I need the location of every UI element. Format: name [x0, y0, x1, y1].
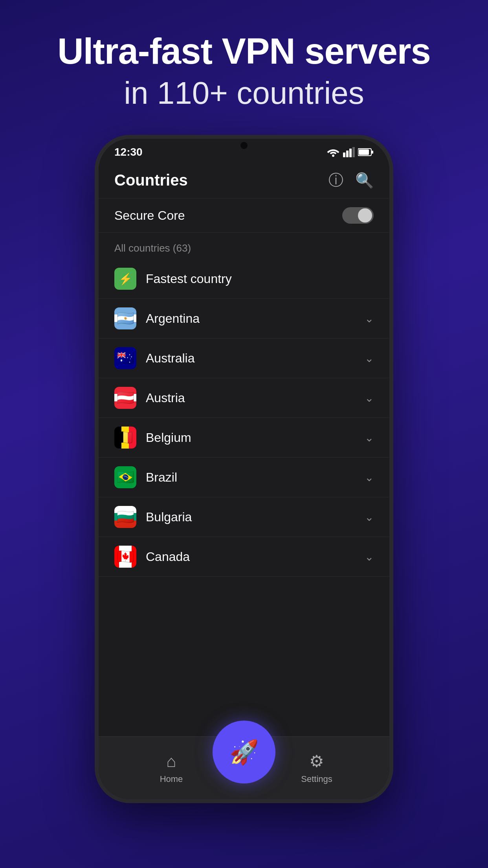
- country-list: ⚡ Fastest country 🇦🇷 Argentina ⌄ 🇦🇺: [99, 259, 389, 799]
- flag-australia: 🇦🇺: [114, 347, 136, 369]
- app-content: Countries ⓘ 🔍 Secure Core All countries …: [99, 162, 389, 799]
- country-name-bulgaria: Bulgaria: [146, 510, 365, 524]
- country-name-australia: Australia: [146, 351, 365, 366]
- camera: [240, 142, 248, 149]
- chevron-bulgaria: ⌄: [365, 511, 374, 524]
- promo-title-line2: in 110+ countries: [57, 75, 431, 111]
- wifi-icon: [327, 147, 340, 157]
- phone-screen: 12:30: [95, 135, 393, 803]
- nav-settings[interactable]: ⚙ Settings: [285, 752, 348, 784]
- flag-belgium: 🇧🇪: [114, 427, 136, 449]
- phone-mockup: 12:30: [95, 135, 393, 868]
- promo-title-line1: Ultra-fast VPN servers: [57, 31, 431, 71]
- fastest-country-row[interactable]: ⚡ Fastest country: [99, 259, 389, 299]
- country-name-austria: Austria: [146, 391, 365, 405]
- status-time: 12:30: [114, 146, 143, 158]
- country-row-brazil[interactable]: 🇧🇷 Brazil ⌄: [99, 458, 389, 497]
- flag-bulgaria: 🇧🇬: [114, 506, 136, 528]
- country-row-austria[interactable]: 🇦🇹 Austria ⌄: [99, 378, 389, 418]
- secure-core-label: Secure Core: [114, 208, 185, 223]
- country-row-australia[interactable]: 🇦🇺 Australia ⌄: [99, 338, 389, 378]
- svg-rect-4: [352, 147, 355, 157]
- country-name-belgium: Belgium: [146, 430, 365, 445]
- home-icon: ⌂: [166, 752, 176, 771]
- chevron-argentina: ⌄: [365, 312, 374, 325]
- section-label: All countries (63): [99, 233, 389, 259]
- fastest-label: Fastest country: [146, 272, 232, 286]
- country-name-brazil: Brazil: [146, 470, 365, 485]
- status-icons: [327, 147, 374, 157]
- home-label: Home: [160, 774, 183, 784]
- svg-rect-3: [349, 149, 352, 157]
- chevron-australia: ⌄: [365, 352, 374, 365]
- settings-label: Settings: [301, 774, 332, 784]
- promo-header: Ultra-fast VPN servers in 110+ countries: [26, 31, 462, 111]
- app-header: Countries ⓘ 🔍: [99, 162, 389, 198]
- secure-core-toggle[interactable]: [342, 207, 374, 224]
- svg-rect-7: [372, 151, 373, 154]
- country-name-argentina: Argentina: [146, 311, 365, 326]
- country-row-bulgaria[interactable]: 🇧🇬 Bulgaria ⌄: [99, 497, 389, 537]
- chevron-canada: ⌄: [365, 550, 374, 563]
- svg-point-0: [332, 154, 334, 157]
- app-title: Countries: [114, 171, 188, 189]
- info-icon[interactable]: ⓘ: [328, 170, 343, 190]
- flag-austria: 🇦🇹: [114, 387, 136, 409]
- signal-icon: [343, 147, 355, 157]
- settings-icon: ⚙: [309, 752, 324, 771]
- nav-connect-button[interactable]: 🚀: [213, 721, 275, 783]
- rocket-icon: 🚀: [229, 738, 259, 766]
- svg-rect-6: [359, 149, 369, 155]
- country-row-argentina[interactable]: 🇦🇷 Argentina ⌄: [99, 299, 389, 338]
- bottom-nav: ⌂ Home 🚀 ⚙ Settings: [99, 736, 389, 799]
- battery-icon: [358, 148, 374, 156]
- chevron-brazil: ⌄: [365, 471, 374, 484]
- chevron-austria: ⌄: [365, 392, 374, 405]
- search-icon[interactable]: 🔍: [355, 172, 374, 189]
- svg-rect-2: [346, 151, 349, 157]
- country-row-belgium[interactable]: 🇧🇪 Belgium ⌄: [99, 418, 389, 458]
- svg-rect-1: [343, 153, 345, 157]
- secure-core-row: Secure Core: [99, 198, 389, 233]
- flag-canada: 🇨🇦: [114, 546, 136, 568]
- notch: [232, 139, 256, 153]
- header-actions: ⓘ 🔍: [328, 170, 374, 190]
- flag-argentina: 🇦🇷: [114, 307, 136, 329]
- fastest-icon: ⚡: [114, 268, 136, 290]
- nav-home[interactable]: ⌂ Home: [140, 752, 203, 784]
- chevron-belgium: ⌄: [365, 431, 374, 444]
- country-name-canada: Canada: [146, 550, 365, 564]
- toggle-knob: [358, 208, 372, 223]
- country-row-canada[interactable]: 🇨🇦 Canada ⌄: [99, 537, 389, 577]
- flag-brazil: 🇧🇷: [114, 466, 136, 488]
